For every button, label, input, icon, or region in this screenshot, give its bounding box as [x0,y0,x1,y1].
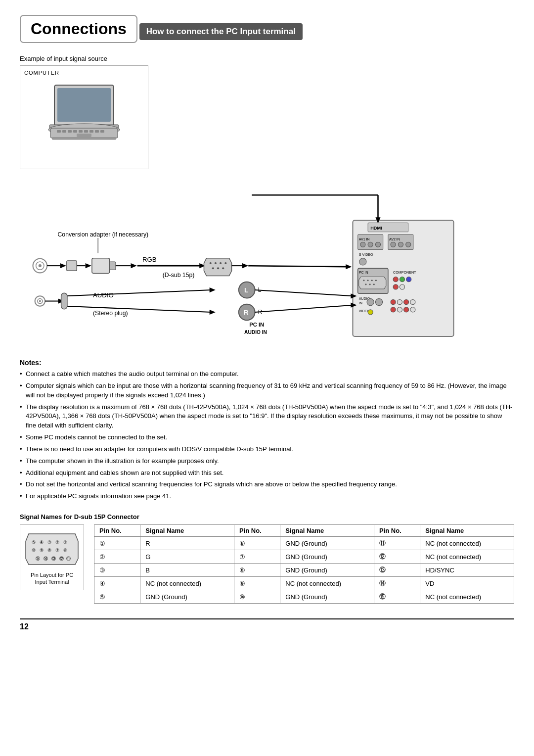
svg-text:Conversion adapter (if necessa: Conversion adapter (if necessary) [58,231,149,238]
svg-point-77 [391,299,396,304]
note-item: The display resolution is a maximum of 7… [20,403,514,431]
svg-rect-26 [92,258,110,274]
signal-name-1: G [140,550,234,564]
svg-text:PC IN: PC IN [359,271,368,275]
svg-line-110 [255,290,353,296]
svg-text:IN: IN [359,301,362,305]
svg-text:④: ④ [40,540,44,545]
signal-name-3: NC (not connected) [420,590,514,604]
connection-diagram: Conversion adapter (if necessary) [20,179,514,347]
svg-point-79 [404,299,409,304]
svg-marker-103 [210,310,216,315]
svg-line-100 [65,306,212,312]
col-header-sig2: Signal Name [280,525,374,537]
svg-point-65 [369,284,371,285]
svg-point-53 [391,242,396,247]
signal-name-1: NC (not connected) [140,577,234,590]
svg-point-80 [410,299,415,304]
svg-text:AUDIO IN: AUDIO IN [244,330,267,335]
signal-name-3: HD/SYNC [420,564,514,577]
note-item: Connect a cable which matches the audio … [20,370,514,379]
svg-rect-6 [62,130,66,133]
svg-point-71 [393,284,398,289]
svg-text:⑦: ⑦ [55,548,59,553]
svg-point-81 [391,307,396,312]
col-header-pin2: Pin No. [234,525,280,537]
svg-point-35 [224,262,226,264]
signal-table: Pin No. Signal Name Pin No. Signal Name … [94,524,514,604]
svg-point-60 [363,280,364,281]
svg-rect-11 [89,130,93,133]
svg-point-82 [397,307,402,312]
signal-name-2: GND (Ground) [280,537,374,550]
pin-no-3: ⑮ [374,590,420,604]
signal-name-1: R [140,537,234,550]
signal-name-2: GND (Ground) [280,564,374,577]
col-header-pin1: Pin No. [94,525,140,537]
pin-no-1: ① [94,537,140,550]
signal-section: Signal Names for D-sub 15P Connector ⑤ ④… [20,513,514,604]
svg-text:AUDIO: AUDIO [93,291,114,299]
svg-rect-101 [61,293,67,309]
col-header-sig1: Signal Name [140,525,234,537]
signal-name-2: GND (Ground) [280,550,374,564]
svg-line-99 [65,290,212,296]
note-item: There is no need to use an adapter for c… [20,445,514,454]
svg-point-75 [367,298,374,305]
svg-text:L: L [244,286,248,294]
svg-point-96 [39,300,41,302]
svg-text:RGB: RGB [142,256,157,263]
svg-text:②: ② [55,540,59,545]
table-row: ④ NC (not connected) ⑨ NC (not connected… [94,577,514,590]
pin-layout-label: Pin Layout for PC Input Terminal [24,571,80,586]
svg-text:⑭: ⑭ [44,556,48,561]
signal-name-3: VD [420,577,514,590]
svg-point-68 [393,277,398,282]
notes-section: Notes: Connect a cable which matches the… [20,359,514,501]
svg-rect-1 [57,88,111,122]
svg-text:(D-sub 15p): (D-sub 15p) [163,272,195,279]
svg-point-62 [371,280,373,281]
pin-no-3: ⑪ [374,537,420,550]
diagram-area: Conversion adapter (if necessary) [20,179,514,349]
svg-point-49 [368,242,373,247]
signal-name-1: GND (Ground) [140,590,234,604]
table-row: ② G ⑦ GND (Ground) ⑫ NC (not connected) [94,550,514,564]
pin-no-3: ⑭ [374,577,420,590]
svg-rect-13 [100,130,104,133]
svg-marker-88 [346,264,352,269]
pin-diagram: ⑤ ④ ③ ② ① ⑩ ⑨ ⑧ ⑦ ⑥ ⑮ ⑭ ⑬ ⑫ ⑪ Pin Layout… [20,524,84,590]
section-header: How to connect the PC Input terminal [139,23,303,40]
svg-point-61 [367,280,369,281]
laptop-illustration [40,78,129,157]
svg-point-70 [406,277,411,282]
svg-point-72 [400,284,404,289]
svg-text:⑨: ⑨ [40,548,44,553]
pin-no-1: ④ [94,577,140,590]
svg-point-48 [360,242,365,247]
svg-point-20 [39,264,42,267]
computer-label: COMPUTER [24,70,59,76]
svg-point-76 [375,298,382,305]
svg-rect-8 [73,130,77,133]
svg-rect-27 [110,262,116,270]
col-header-sig3: Signal Name [420,525,514,537]
svg-text:PC IN: PC IN [249,322,264,328]
svg-point-38 [222,267,224,269]
svg-text:⑬: ⑬ [51,556,56,561]
svg-text:⑥: ⑥ [63,548,67,553]
note-item: Do not set the horizontal and vertical s… [20,480,514,489]
svg-text:①: ① [63,540,67,545]
page-number: 12 [20,622,29,631]
svg-marker-40 [242,263,248,268]
svg-text:R: R [244,309,249,316]
svg-point-66 [373,284,375,285]
svg-point-33 [215,262,217,264]
table-row: ③ B ⑧ GND (Ground) ⑬ HD/SYNC [94,564,514,577]
signal-name-1: B [140,564,234,577]
svg-text:COMPONENT: COMPONENT [393,271,416,275]
svg-text:⑧: ⑧ [47,548,51,553]
footer-line: 12 [20,618,514,631]
note-item: Additional equipment and cables shown ar… [20,469,514,478]
pin-no-3: ⑬ [374,564,420,577]
